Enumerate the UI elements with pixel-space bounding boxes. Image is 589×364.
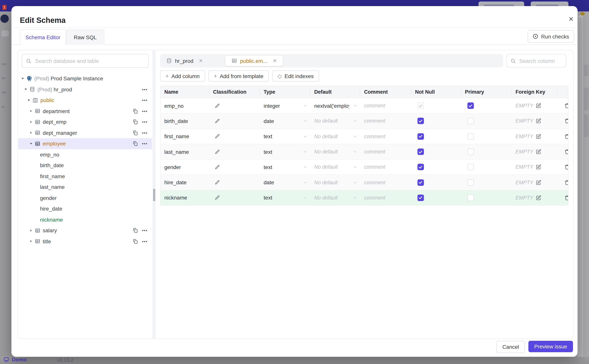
edit-foreign-key-icon[interactable] <box>536 149 541 155</box>
cell-type[interactable]: text <box>260 195 310 201</box>
edit-classification-icon[interactable] <box>215 134 220 139</box>
add-column-button[interactable]: +Add column <box>160 71 205 81</box>
cell-comment[interactable]: comment <box>360 180 411 185</box>
edit-classification-icon[interactable] <box>215 103 220 108</box>
chevron-right-icon[interactable] <box>28 229 33 232</box>
primary-checkbox[interactable] <box>467 195 474 201</box>
cell-default[interactable]: No default <box>310 118 361 124</box>
edit-classification-icon[interactable] <box>215 180 220 185</box>
not-null-checkbox[interactable] <box>417 133 424 140</box>
tree-item-last_name[interactable]: last_name <box>18 182 152 192</box>
cell-default[interactable]: No default <box>310 180 361 185</box>
tab-schema-editor[interactable]: Schema Editor <box>20 29 66 45</box>
tree-item-ProdSampleInstance[interactable]: (Prod) Prod Sample Instance <box>18 73 152 84</box>
copy-icon[interactable] <box>133 141 138 146</box>
cell-type[interactable]: text <box>260 149 310 155</box>
panel-resize-handle[interactable] <box>153 50 155 338</box>
cancel-button[interactable]: Cancel <box>496 341 525 353</box>
chevron-right-icon[interactable] <box>28 131 33 135</box>
edit-foreign-key-icon[interactable] <box>536 133 541 139</box>
tree-item-first_name[interactable]: first_name <box>18 171 152 182</box>
page-scrollbar-thumb[interactable] <box>579 17 582 358</box>
column-search-input[interactable] <box>518 57 562 64</box>
tree-item-employee[interactable]: employee••• <box>18 138 152 149</box>
tree-item-hire_date[interactable]: hire_date <box>18 203 152 214</box>
tree-item-public[interactable]: public••• <box>18 95 152 106</box>
cell-default[interactable]: No default <box>310 149 361 155</box>
edit-classification-icon[interactable] <box>215 149 220 154</box>
editor-tab-hr_prod[interactable]: hr_prod✕ <box>162 54 227 67</box>
primary-checkbox[interactable] <box>467 102 474 109</box>
not-null-checkbox[interactable] <box>417 179 424 186</box>
chevron-down-icon[interactable] <box>28 142 33 145</box>
tree-item-salary[interactable]: salary••• <box>18 225 152 236</box>
not-null-checkbox[interactable] <box>417 164 424 170</box>
more-actions-icon[interactable]: ••• <box>142 142 147 146</box>
chevron-right-icon[interactable] <box>28 240 33 243</box>
primary-checkbox[interactable] <box>467 118 474 124</box>
not-null-checkbox[interactable] <box>417 118 424 124</box>
cell-comment[interactable]: comment <box>360 133 411 139</box>
tree-item-department[interactable]: department••• <box>18 106 152 117</box>
tree-item-birth_date[interactable]: birth_date <box>18 160 152 171</box>
cell-comment[interactable]: comment <box>360 118 411 124</box>
cell-default[interactable]: No default <box>310 195 361 201</box>
close-icon[interactable]: ✕ <box>565 13 577 25</box>
copy-icon[interactable] <box>133 119 138 125</box>
edit-foreign-key-icon[interactable] <box>536 164 541 170</box>
chevron-down-icon[interactable] <box>20 77 25 80</box>
edit-indexes-button[interactable]: ◇Edit indexes <box>272 71 319 81</box>
tree-search-input[interactable] <box>34 58 145 64</box>
copy-icon[interactable] <box>133 228 138 233</box>
edit-foreign-key-icon[interactable] <box>536 180 541 185</box>
chevron-down-icon[interactable] <box>26 99 31 102</box>
close-tab-icon[interactable]: ✕ <box>199 58 203 64</box>
chevron-right-icon[interactable] <box>28 120 33 124</box>
run-checks-button[interactable]: Run checks <box>528 30 574 43</box>
cell-type[interactable]: text <box>260 133 310 139</box>
chevron-right-icon[interactable] <box>28 110 33 113</box>
delete-column-icon[interactable] <box>564 103 568 109</box>
edit-foreign-key-icon[interactable] <box>536 195 541 201</box>
cell-default[interactable]: No default <box>310 133 361 139</box>
tab-raw-sql[interactable]: Raw SQL <box>66 29 104 45</box>
cell-type[interactable]: date <box>260 179 310 185</box>
edit-foreign-key-icon[interactable] <box>536 118 541 124</box>
cell-comment[interactable]: comment <box>360 195 411 201</box>
add-from-template-button[interactable]: +Add from template <box>208 71 268 81</box>
cell-comment[interactable]: comment <box>360 164 411 170</box>
copy-icon[interactable] <box>133 130 138 136</box>
more-actions-icon[interactable]: ••• <box>142 240 147 243</box>
cell-default[interactable]: No default <box>310 164 361 170</box>
copy-icon[interactable] <box>133 239 138 244</box>
tree-item-hr_prod[interactable]: (Prod) hr_prod••• <box>18 84 152 95</box>
tree-item-gender[interactable]: gender <box>18 192 152 203</box>
chevron-down-icon[interactable] <box>23 88 28 91</box>
tree-item-title[interactable]: title••• <box>18 236 152 247</box>
more-actions-icon[interactable]: ••• <box>142 88 147 91</box>
editor-tab-public.em...[interactable]: public.em...✕ <box>225 55 283 66</box>
delete-column-icon[interactable] <box>564 133 568 139</box>
primary-checkbox[interactable] <box>467 164 474 170</box>
more-actions-icon[interactable]: ••• <box>142 229 147 233</box>
delete-column-icon[interactable] <box>564 195 568 201</box>
tree-item-dept_manager[interactable]: dept_manager••• <box>18 127 152 138</box>
cell-default[interactable]: nextval('employ <box>310 103 361 109</box>
cell-type[interactable]: date <box>260 118 310 124</box>
delete-column-icon[interactable] <box>564 164 568 170</box>
edit-foreign-key-icon[interactable] <box>536 103 541 109</box>
primary-checkbox[interactable] <box>467 149 474 155</box>
not-null-checkbox[interactable] <box>417 195 424 201</box>
delete-column-icon[interactable] <box>564 180 568 185</box>
not-null-checkbox[interactable] <box>417 102 424 109</box>
primary-checkbox[interactable] <box>467 133 474 140</box>
tree-item-emp_no[interactable]: emp_no <box>18 149 152 160</box>
more-actions-icon[interactable]: ••• <box>142 120 147 124</box>
cell-type[interactable]: integer <box>260 103 310 109</box>
copy-icon[interactable] <box>133 109 138 114</box>
more-actions-icon[interactable]: ••• <box>142 109 147 113</box>
edit-classification-icon[interactable] <box>215 195 220 201</box>
cell-type[interactable]: text <box>260 164 310 170</box>
more-actions-icon[interactable]: ••• <box>142 131 147 135</box>
tree-item-nickname[interactable]: nickname <box>18 214 152 225</box>
